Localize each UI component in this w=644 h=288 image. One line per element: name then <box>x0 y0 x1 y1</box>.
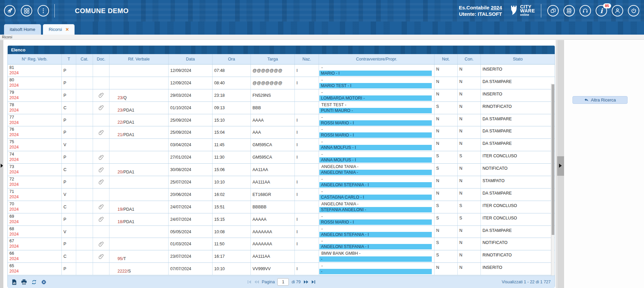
stato-cell: NOTIFICATO <box>481 238 555 250</box>
table-row[interactable]: 75 2024 V 03/04/2024 11:45 GM595CA I - A… <box>8 139 555 151</box>
table-row[interactable]: 68 2024 V 05/05/2024 10:08 AAAAAAA I - A… <box>8 226 555 238</box>
col-header-not[interactable]: Not. <box>434 54 458 64</box>
targa-cell: GM595CA <box>251 151 295 163</box>
next-page-icon[interactable] <box>304 280 309 284</box>
categoria-cell <box>76 250 93 262</box>
table-row[interactable]: 71 2024 V 20/06/2024 16:02 ET168GR I - C… <box>8 189 555 201</box>
headset-icon[interactable] <box>580 5 591 16</box>
col-header-doc[interactable]: Doc. <box>93 54 109 64</box>
splitter-thumb[interactable] <box>557 156 564 176</box>
paperclip-icon[interactable] <box>99 130 104 135</box>
books-icon[interactable] <box>563 5 575 16</box>
nazione-cell: I <box>295 65 319 77</box>
table-row[interactable]: 66 2024 C 95/ T 23/07/2024 16:17 AA111AA… <box>8 250 555 263</box>
paperclip-icon[interactable] <box>99 216 104 222</box>
tab-italsoft-home[interactable]: italsoft Home <box>4 24 41 35</box>
settings-gear-icon[interactable] <box>41 280 46 285</box>
table-row[interactable]: 80 2024 P 12/09/2024 08:40 @@@@@@@ I - M… <box>8 77 555 89</box>
tab-ricorsi[interactable]: Ricorsi × <box>43 24 75 35</box>
table-row[interactable]: 70 2024 C 19/ PDA1 24/07/2024 15:51 BBBB… <box>8 201 555 213</box>
table-row[interactable]: 78 2024 C 23/ PDA1 01/10/2024 09:13 BBB … <box>8 102 555 114</box>
rif-verbale-cell <box>109 151 169 163</box>
vertical-separator <box>556 40 556 288</box>
rif-suffix: PDA1 <box>123 207 134 212</box>
tipo-cell: C <box>62 164 76 176</box>
col-header-cat[interactable]: Cat. <box>76 54 93 64</box>
refresh-icon[interactable] <box>31 279 37 285</box>
categoria-cell <box>76 151 93 163</box>
pagina-label: Pagina <box>262 280 275 284</box>
page-total-label: di 79 <box>291 280 301 284</box>
col-header-nreg[interactable]: N° Reg. Verb. <box>8 54 62 64</box>
table-row[interactable]: 65 2024 P 2222/ S 07/07/2024 10:10 VV999… <box>8 263 555 275</box>
prev-page-icon[interactable] <box>254 280 259 284</box>
paperclip-icon[interactable] <box>99 179 104 185</box>
fiscal-year[interactable]: 2024 <box>491 5 502 10</box>
table-row[interactable]: 81 2024 P 12/09/2024 07:48 @@@@@@@ I - M… <box>8 65 555 77</box>
concluso-cell: S <box>458 213 481 225</box>
last-page-icon[interactable] <box>311 280 316 284</box>
table-row[interactable]: 67 2024 P 01/03/2024 11:50 AAAAAAA I - A… <box>8 238 555 250</box>
col-header-targa[interactable]: Targa <box>251 54 295 64</box>
table-row[interactable]: 74 2024 P 27/01/2024 11:30 GM595CA I - A… <box>8 151 555 164</box>
nazione-cell: I <box>295 226 319 238</box>
categoria-cell <box>76 89 93 101</box>
table-row[interactable]: 76 2024 P 21/ PDA1 25/09/2024 15:04 AAA … <box>8 126 555 139</box>
concluso-cell: N <box>458 164 481 176</box>
tipo-cell: C <box>62 250 76 262</box>
user-icon[interactable] <box>612 5 623 16</box>
reg-number: 73 <box>9 164 61 169</box>
ora-cell: 15:51 <box>213 201 251 213</box>
page-number-input[interactable] <box>277 278 289 286</box>
info-icon[interactable]: i 85 <box>596 5 607 16</box>
table-row[interactable]: 79 2024 P 23/ Q 29/03/2024 23:18 FN529NS… <box>8 89 555 102</box>
first-page-icon[interactable] <box>247 280 251 284</box>
altra-ricerca-button[interactable]: Altra Ricerca <box>572 96 628 104</box>
right-splitter-scrollbar[interactable] <box>557 40 564 288</box>
stato-cell: DA STAMPARE <box>481 226 555 238</box>
contravventore-cell: BMW BANK GMBH - - <box>319 250 434 262</box>
export-file-icon[interactable] <box>12 279 17 285</box>
paperclip-icon[interactable] <box>99 254 104 259</box>
col-header-con[interactable]: Con. <box>458 54 481 64</box>
table-row[interactable]: 69 2024 P 18/ PDA1 24/07/2024 15:15 AAAA… <box>8 213 555 226</box>
user-line: Utente: ITALSOFT <box>459 11 502 17</box>
data-cell: 01/03/2024 <box>169 238 213 250</box>
concluso-cell: N <box>458 189 481 201</box>
power-icon[interactable] <box>628 5 639 16</box>
stato-cell: ITER CONCLUSO <box>481 151 555 163</box>
table-row[interactable]: 77 2024 P 22/ PDA1 25/09/2024 15:10 AAAA… <box>8 114 555 127</box>
left-collapse-strip[interactable] <box>0 40 3 288</box>
col-header-t[interactable]: T <box>62 54 76 64</box>
print-icon[interactable] <box>21 279 27 285</box>
table-row[interactable]: 73 2024 C 20/ PDA1 30/08/2024 15:06 AA11… <box>8 164 555 176</box>
apps-grid-icon[interactable] <box>21 5 32 16</box>
rocket-icon[interactable] <box>4 5 15 16</box>
proprietario-name-highlight: STEFANIA ANGELONI - <box>319 207 432 212</box>
col-header-data[interactable]: Data <box>169 54 213 64</box>
notification-badge[interactable]: 85 <box>603 3 611 8</box>
tipo-cell: V <box>62 226 76 238</box>
windows-icon[interactable] <box>547 5 559 16</box>
col-header-contravventore[interactable]: Contravventore/Propr. <box>319 54 434 64</box>
paperclip-icon[interactable] <box>99 204 104 210</box>
col-header-stato[interactable]: Stato <box>481 54 555 64</box>
reg-year: 2024 <box>9 132 61 137</box>
paperclip-icon[interactable] <box>99 155 104 160</box>
kebab-menu-icon[interactable] <box>38 5 49 16</box>
paperclip-icon[interactable] <box>99 105 104 111</box>
grid-scrollbar-thumb[interactable] <box>552 84 554 235</box>
notificato-cell: N <box>434 89 458 101</box>
table-row[interactable]: 72 2024 P 25/07/2024 10:10 AA111AA I - A… <box>8 176 555 189</box>
concluso-cell: N <box>458 139 481 151</box>
grid-vertical-scrollbar[interactable] <box>551 84 554 276</box>
paperclip-icon[interactable] <box>99 92 104 98</box>
close-tab-icon[interactable]: × <box>66 27 69 32</box>
paperclip-icon[interactable] <box>99 167 104 173</box>
paperclip-icon[interactable] <box>99 241 104 247</box>
col-header-rif-verbale[interactable]: Rif. Verbale <box>109 54 169 64</box>
reg-year: 2024 <box>9 244 61 249</box>
col-header-ora[interactable]: Ora <box>213 54 251 64</box>
proprietario-name-highlight: CASTAGNA CARLO - I <box>319 195 432 200</box>
col-header-naz[interactable]: Naz. <box>295 54 319 64</box>
